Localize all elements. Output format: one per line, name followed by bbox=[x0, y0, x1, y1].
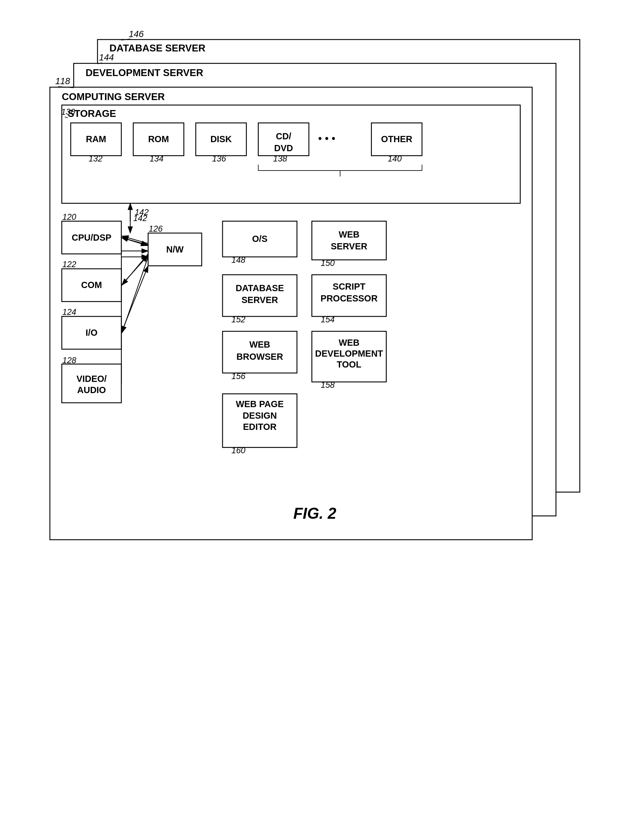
webbrowser-label-1: WEB bbox=[249, 339, 270, 350]
cddvd-label-1: CD/ bbox=[276, 131, 291, 141]
ref-148: 148 bbox=[232, 255, 245, 265]
ref-120: 120 bbox=[62, 212, 77, 222]
ref-134: 134 bbox=[150, 154, 164, 163]
video-label-1: VIDEO/ bbox=[77, 374, 107, 384]
svg-rect-26 bbox=[312, 221, 386, 260]
ref-138: 138 bbox=[273, 154, 287, 163]
diagram-container: 146 144 118 DATABASE SERVER DEVELOPMENT … bbox=[25, 19, 605, 549]
dbserver-inner-2: SERVER bbox=[242, 295, 278, 305]
disk-label: DISK bbox=[210, 134, 232, 144]
webpagedesign-label-2: DESIGN bbox=[242, 411, 277, 421]
com-label: COM bbox=[81, 280, 102, 290]
ref-146: 146 bbox=[129, 29, 144, 39]
scriptproc-label-1: SCRIPT bbox=[333, 281, 366, 292]
ref-122: 122 bbox=[62, 260, 77, 269]
webdevtool-label-1: WEB bbox=[339, 338, 359, 348]
webserver-label-1: WEB bbox=[339, 229, 359, 239]
webdevtool-label-3: TOOL bbox=[337, 359, 361, 370]
ref-136: 136 bbox=[212, 154, 226, 163]
ref-142-label: 142 bbox=[133, 213, 147, 223]
dbserver-inner-1: DATABASE bbox=[236, 283, 284, 293]
os-label: O/S bbox=[252, 234, 267, 244]
ref-140: 140 bbox=[388, 154, 402, 163]
database-server-label: DATABASE SERVER bbox=[109, 42, 205, 54]
ref-132: 132 bbox=[89, 154, 103, 163]
ellipsis: • • • bbox=[318, 132, 336, 144]
ref-152: 152 bbox=[232, 315, 245, 324]
webserver-label-2: SERVER bbox=[331, 241, 368, 251]
rom-label: ROM bbox=[148, 134, 169, 144]
video-label-2: AUDIO bbox=[77, 385, 106, 395]
webbrowser-label-2: BROWSER bbox=[236, 351, 283, 362]
io-label: I/O bbox=[86, 328, 98, 338]
fig-label: FIG. 2 bbox=[293, 505, 336, 522]
cpudsp-label: CPU/DSP bbox=[72, 233, 111, 242]
ref-158: 158 bbox=[321, 380, 335, 390]
ref-160: 160 bbox=[232, 446, 245, 455]
ref-128: 128 bbox=[62, 356, 77, 365]
ref-126: 126 bbox=[149, 224, 163, 233]
webdevtool-label-2: DEVELOPMENT bbox=[315, 348, 383, 359]
ref-124: 124 bbox=[62, 307, 77, 317]
ref-118: 118 bbox=[55, 76, 70, 86]
ref-144: 144 bbox=[99, 52, 114, 62]
ref-130: 130 bbox=[61, 107, 75, 117]
diagram-svg: 146 144 118 DATABASE SERVER DEVELOPMENT … bbox=[25, 19, 605, 549]
ram-label: RAM bbox=[86, 134, 106, 144]
ref-156: 156 bbox=[232, 371, 245, 381]
webpagedesign-label-1: WEB PAGE bbox=[236, 399, 284, 409]
cddvd-label-2: DVD bbox=[274, 143, 293, 153]
other-label: OTHER bbox=[381, 134, 413, 144]
development-server-label: DEVELOPMENT SERVER bbox=[86, 67, 204, 78]
webpagedesign-label-3: EDITOR bbox=[243, 422, 276, 432]
ref-150: 150 bbox=[321, 258, 335, 268]
nw-label: N/W bbox=[166, 244, 184, 255]
ref-154: 154 bbox=[321, 315, 335, 324]
computing-server-label: COMPUTING SERVER bbox=[62, 91, 165, 102]
scriptproc-label-2: PROCESSOR bbox=[320, 293, 377, 303]
